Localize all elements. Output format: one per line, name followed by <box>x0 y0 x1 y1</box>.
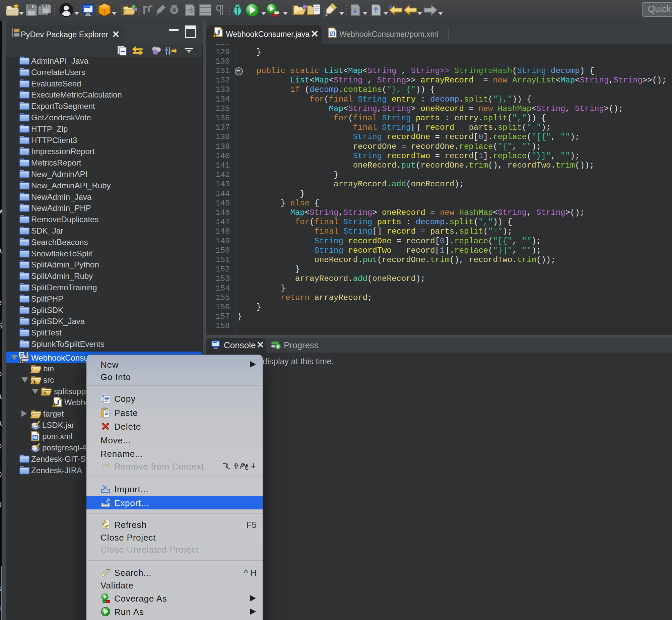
svg-text:J: J <box>25 352 29 358</box>
svg-text:M: M <box>33 435 37 440</box>
svg-text:M: M <box>20 353 23 357</box>
svg-text:M: M <box>330 31 334 37</box>
